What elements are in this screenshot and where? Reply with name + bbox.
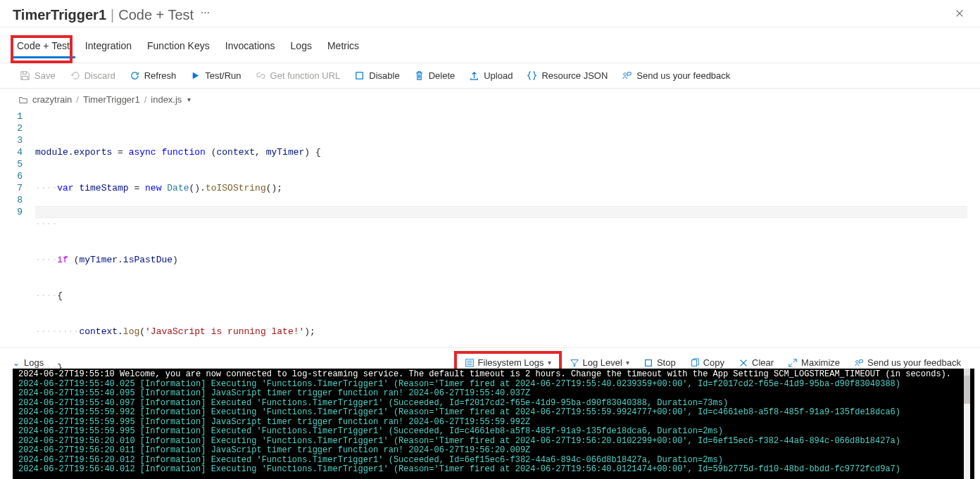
chevron-down-icon: ▾: [548, 359, 551, 366]
tab-metrics[interactable]: Metrics: [320, 34, 366, 58]
tab-logs[interactable]: Logs: [284, 34, 319, 58]
discard-button[interactable]: Discard: [63, 68, 122, 84]
log-line: 2024-06-27T19:55:59.992 [Information] Ex…: [18, 408, 969, 418]
chevron-down-icon: ⌄: [13, 358, 20, 368]
console-scrollbar[interactable]: [964, 369, 970, 479]
svg-point-5: [856, 360, 859, 363]
stop-square-icon: [354, 70, 365, 81]
tab-invocations[interactable]: Invocations: [218, 34, 282, 58]
file-breadcrumb: crazytrain / TimerTrigger1 / index.js ▾: [0, 89, 980, 110]
nav-tabs: Code + Test Integration Function Keys In…: [0, 34, 980, 58]
logs-toggle[interactable]: ⌄ Logs: [13, 357, 44, 368]
disable-button[interactable]: Disable: [347, 68, 406, 84]
breadcrumb-app[interactable]: crazytrain: [32, 94, 72, 105]
link-icon: [256, 70, 266, 81]
folder-icon: [18, 95, 28, 105]
filter-icon: [570, 358, 579, 368]
maximize-icon: [788, 358, 798, 368]
save-icon: [20, 70, 30, 81]
log-line: 2024-06-27T19:55:40.025 [Information] Ex…: [18, 380, 969, 390]
breadcrumb-file[interactable]: index.js: [151, 94, 182, 105]
tab-integration[interactable]: Integration: [78, 34, 139, 58]
toolbar: Save Discard Refresh Test/Run Get functi…: [0, 63, 980, 89]
chevron-down-icon[interactable]: ▾: [187, 96, 191, 103]
svg-rect-0: [356, 72, 363, 79]
log-line: 2024-06-27T19:55:59.995 [Information] Ex…: [18, 427, 969, 437]
log-line: 2024-06-27T19:56:20.012 [Information] Ex…: [18, 456, 969, 466]
tab-function-keys[interactable]: Function Keys: [140, 34, 217, 58]
trash-icon: [414, 70, 425, 81]
tab-code-test[interactable]: Code + Test: [10, 34, 77, 58]
person-feedback-icon: [622, 70, 632, 81]
scrollbar-up[interactable]: [964, 369, 970, 376]
person-feedback-icon: [854, 358, 864, 368]
log-line: 2024-06-27T19:55:59.995 [Information] Ja…: [18, 418, 969, 428]
header-section: Code + Test: [118, 7, 194, 23]
blade-header: TimerTrigger1 | Code + Test ⋯: [0, 0, 980, 27]
clear-icon: [739, 358, 748, 368]
play-icon: [190, 70, 201, 81]
chevron-down-icon: ▾: [626, 359, 629, 366]
undo-icon: [70, 70, 80, 81]
log-line: 2024-06-27T19:56:20.010 [Information] Ex…: [18, 437, 969, 447]
breadcrumb-function[interactable]: TimerTrigger1: [83, 94, 140, 105]
delete-button[interactable]: Delete: [407, 68, 463, 84]
refresh-icon: [130, 70, 140, 81]
log-line: 2024-06-27T19:55:40.097 [Information] Ex…: [18, 399, 969, 409]
scrollbar-thumb[interactable]: [964, 376, 970, 404]
log-line: 2024-06-27T19:56:20.011 [Information] Ja…: [18, 446, 969, 456]
copy-icon: [690, 358, 700, 368]
refresh-button[interactable]: Refresh: [122, 68, 184, 84]
test-run-button[interactable]: Test/Run: [183, 68, 248, 84]
braces-icon: [527, 70, 537, 81]
save-button[interactable]: Save: [13, 68, 63, 84]
stop-icon: [643, 358, 653, 368]
log-line: 2024-06-27T19:56:40.012 [Information] Ex…: [18, 465, 969, 475]
upload-icon: [469, 70, 479, 81]
log-console[interactable]: 2024-06-27T19:55:10 Welcome, you are now…: [13, 369, 974, 479]
upload-button[interactable]: Upload: [462, 68, 520, 84]
overflow-menu-icon[interactable]: ⋯: [201, 7, 211, 18]
header-separator: |: [111, 7, 114, 23]
log-line: 2024-06-27T19:55:10 Welcome, you are now…: [18, 370, 969, 380]
close-icon[interactable]: [952, 6, 967, 24]
list-icon: [465, 358, 475, 368]
resource-json-button[interactable]: Resource JSON: [520, 68, 615, 84]
log-line: 2024-06-27T19:55:40.095 [Information] Ja…: [18, 389, 969, 399]
svg-rect-3: [646, 359, 652, 366]
feedback-button[interactable]: Send us your feedback: [615, 68, 737, 84]
svg-rect-4: [691, 359, 696, 366]
get-function-url-button[interactable]: Get function URL: [249, 68, 348, 84]
svg-point-1: [624, 73, 627, 76]
function-name: TimerTrigger1: [13, 7, 106, 23]
